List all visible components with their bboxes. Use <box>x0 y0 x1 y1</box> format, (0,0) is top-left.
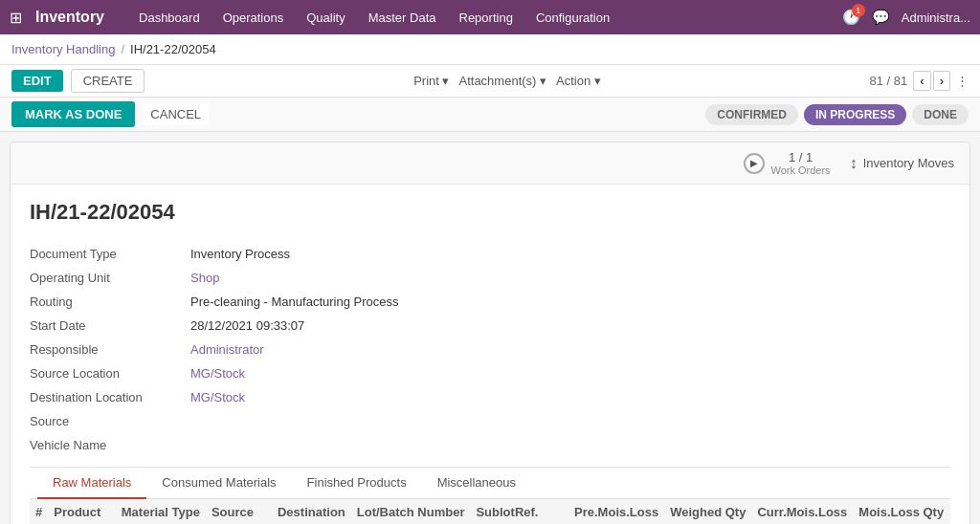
field-label-3: Start Date <box>30 316 183 336</box>
col-product[interactable]: Product <box>48 499 116 524</box>
col-weighed-qty[interactable]: Weighed Qty <box>664 499 751 524</box>
field-value-4[interactable]: Administrator <box>190 339 950 360</box>
mark-as-done-button[interactable]: MARK AS DONE <box>11 101 135 127</box>
col-source[interactable]: Source <box>206 499 272 524</box>
field-label-7: Source <box>30 411 183 431</box>
pagination-text: 81 / 81 <box>870 74 908 88</box>
work-orders-bar: ▶ 1 / 1 Work Orders ↕ Inventory Moves <box>11 142 969 185</box>
work-orders-circle: ▶ <box>744 153 765 174</box>
edit-button[interactable]: EDIT <box>11 70 63 92</box>
nav-items: Dashboard Operations Quality Master Data… <box>129 5 833 31</box>
nav-reporting[interactable]: Reporting <box>450 5 523 31</box>
tab-raw-materials[interactable]: Raw Materials <box>37 468 146 499</box>
clock-icon[interactable]: 🕐 1 <box>842 9 860 26</box>
inventory-moves-button[interactable]: ↕ Inventory Moves <box>850 155 954 172</box>
field-value-8 <box>190 435 950 455</box>
nav-quality[interactable]: Quality <box>297 5 354 31</box>
form-fields: Document Type Inventory Process Operatin… <box>30 244 950 455</box>
print-button[interactable]: Print ▾ <box>413 74 449 88</box>
field-label-1: Operating Unit <box>30 268 183 288</box>
field-label-0: Document Type <box>30 244 183 264</box>
raw-materials-table: # Product Material Type Source Destinati… <box>30 499 950 524</box>
col-num: # <box>30 499 48 524</box>
col-lot-batch[interactable]: Lot/Batch Number <box>351 499 471 524</box>
cancel-button[interactable]: CANCEL <box>143 103 209 125</box>
field-label-4: Responsible <box>30 339 183 360</box>
moves-icon: ↕ <box>850 155 858 172</box>
field-value-3: 28/12/2021 09:33:07 <box>190 316 950 336</box>
tab-consumed-materials[interactable]: Consumed Materials <box>146 468 291 499</box>
next-button[interactable]: › <box>933 71 950 91</box>
field-value-6[interactable]: MG/Stock <box>190 387 950 407</box>
breadcrumb: Inventory Handling / IH/21-22/02054 <box>0 34 980 65</box>
col-pre-mois[interactable]: Pre.Mois.Loss <box>568 499 664 524</box>
form-title: IH/21-22/02054 <box>30 200 950 225</box>
prev-button[interactable]: ‹ <box>913 71 930 91</box>
action-right: 81 / 81 ‹ › ⋮ <box>870 71 969 91</box>
top-navigation: ⊞ Inventory Dashboard Operations Quality… <box>0 0 980 34</box>
field-label-6: Destination Location <box>30 387 183 407</box>
status-right: CONFIRMED IN PROGRESS DONE <box>705 104 969 125</box>
field-value-5[interactable]: MG/Stock <box>190 363 950 383</box>
col-sublot-ref[interactable]: SublotRef. <box>470 499 568 524</box>
attachments-button[interactable]: Attachment(s) ▾ <box>459 74 547 88</box>
form-area: IH/21-22/02054 Document Type Inventory P… <box>11 185 969 524</box>
work-orders-button[interactable]: ▶ 1 / 1 Work Orders <box>744 150 830 176</box>
field-value-0: Inventory Process <box>190 244 950 264</box>
field-value-2: Pre-cleaning - Manufacturing Process <box>190 292 950 312</box>
tab-container: Raw Materials Consumed Materials Finishe… <box>30 467 950 524</box>
nav-right: 🕐 1 💬 Administra... <box>842 9 970 26</box>
nav-arrows: ‹ › <box>913 71 950 91</box>
nav-configuration[interactable]: Configuration <box>526 5 619 31</box>
field-value-1[interactable]: Shop <box>190 268 950 288</box>
notification-badge: 1 <box>852 4 865 17</box>
nav-operations[interactable]: Operations <box>213 5 294 31</box>
action-center: Print ▾ Attachment(s) ▾ Action ▾ <box>152 74 861 88</box>
col-material-type[interactable]: Material Type <box>116 499 206 524</box>
tab-finished-products[interactable]: Finished Products <box>292 468 422 499</box>
breadcrumb-current: IH/21-22/02054 <box>130 42 216 56</box>
inventory-moves-label: Inventory Moves <box>863 156 954 170</box>
field-label-8: Vehicle Name <box>30 435 183 455</box>
nav-master-data[interactable]: Master Data <box>359 5 446 31</box>
kebab-icon[interactable]: ⋮ <box>956 74 969 88</box>
field-label-2: Routing <box>30 292 183 312</box>
col-destination[interactable]: Destination <box>272 499 351 524</box>
tab-miscellaneous[interactable]: Miscellaneous <box>422 468 531 499</box>
breadcrumb-parent[interactable]: Inventory Handling <box>11 42 115 56</box>
work-orders-label: Work Orders <box>770 164 830 176</box>
user-menu[interactable]: Administra... <box>902 11 970 25</box>
col-curr-mois[interactable]: Curr.Mois.Loss <box>751 499 853 524</box>
chat-icon[interactable]: 💬 <box>872 9 890 26</box>
main-content: ▶ 1 / 1 Work Orders ↕ Inventory Moves IH… <box>10 142 970 524</box>
tab-list: Raw Materials Consumed Materials Finishe… <box>30 468 950 499</box>
col-rate[interactable]: Rate <box>949 499 950 524</box>
action-bar: EDIT CREATE Print ▾ Attachment(s) ▾ Acti… <box>0 65 980 98</box>
app-brand: Inventory <box>35 9 104 26</box>
breadcrumb-separator: / <box>121 42 124 56</box>
work-orders-count: 1 / 1 <box>770 150 830 164</box>
nav-dashboard[interactable]: Dashboard <box>129 5 210 31</box>
col-mois-loss[interactable]: Mois.Loss Qty <box>853 499 949 524</box>
action-button[interactable]: Action ▾ <box>556 74 601 88</box>
apps-icon[interactable]: ⊞ <box>10 9 22 27</box>
confirmed-badge: CONFIRMED <box>705 104 798 125</box>
inprogress-badge: IN PROGRESS <box>804 104 906 125</box>
table-header-row: # Product Material Type Source Destinati… <box>30 499 950 524</box>
done-badge: DONE <box>912 104 969 125</box>
table-wrapper: # Product Material Type Source Destinati… <box>30 499 950 524</box>
field-value-7 <box>190 411 950 431</box>
field-label-5: Source Location <box>30 363 183 383</box>
status-bar: MARK AS DONE CANCEL CONFIRMED IN PROGRES… <box>0 98 980 132</box>
create-button[interactable]: CREATE <box>71 69 145 93</box>
